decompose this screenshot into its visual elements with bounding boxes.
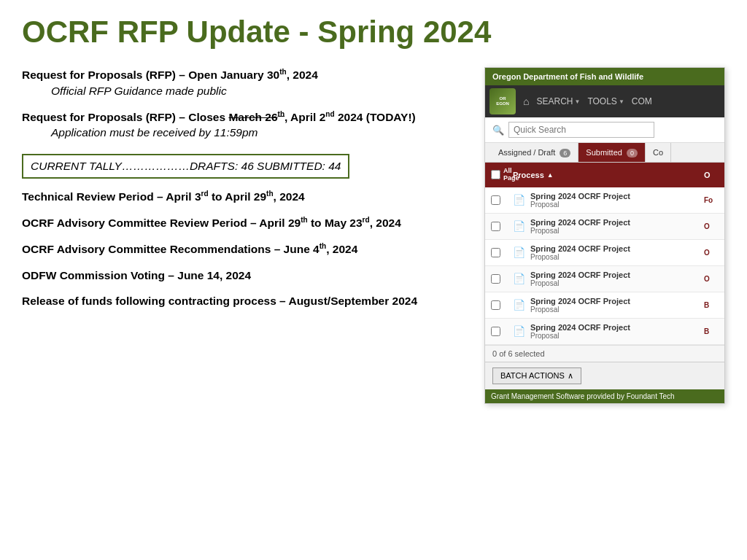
search-icon: 🔍 <box>492 125 504 136</box>
table-header-checkbox-col[interactable]: All Page <box>491 168 513 182</box>
row-1-extra: Fo <box>704 196 719 204</box>
row-2-extra: O <box>704 222 719 230</box>
commission-voting-item: ODFW Commission Voting – June 14, 2024 <box>22 268 462 284</box>
tools-nav-caret: ▼ <box>619 98 624 105</box>
table-row[interactable]: 📄 Spring 2024 OCRF Project Proposal O <box>485 214 724 240</box>
advisory-recommendations-text: OCRF Advisory Committee Recommendations … <box>22 243 357 255</box>
row-3-doc-icon: 📄 <box>513 246 527 258</box>
app-header-title: Oregon Department of Fish and Wildlife <box>492 72 643 81</box>
table-row[interactable]: 📄 Spring 2024 OCRF Project Proposal O <box>485 240 724 266</box>
row-5-checkbox-col[interactable] <box>491 300 513 310</box>
row-1-checkbox-col[interactable] <box>491 195 513 205</box>
row-1-title: Spring 2024 OCRF Project <box>530 192 704 201</box>
rfp-old-date: March 26th <box>228 111 285 123</box>
batch-actions-button[interactable]: BATCH ACTIONS ∧ <box>492 368 581 384</box>
row-5-extra: B <box>704 301 719 309</box>
process-label: Process <box>513 171 544 179</box>
row-6-checkbox-col[interactable] <box>491 327 513 336</box>
app-tabs: Assigned / Draft 6 Submitted 0 Co <box>485 143 724 163</box>
row-6-subtitle: Proposal <box>530 332 704 340</box>
com-nav-label: COM <box>632 96 652 106</box>
advisory-review-item: OCRF Advisory Committee Review Period – … <box>22 215 462 231</box>
tab-assigned-draft[interactable]: Assigned / Draft 6 <box>491 143 578 162</box>
row-3-title: Spring 2024 OCRF Project <box>530 244 704 253</box>
commission-voting-text: ODFW Commission Voting – June 14, 2024 <box>22 269 251 281</box>
table-row[interactable]: 📄 Spring 2024 OCRF Project Proposal B <box>485 319 724 345</box>
assigned-badge: 6 <box>560 149 570 158</box>
table-body: 📄 Spring 2024 OCRF Project Proposal Fo 📄… <box>485 187 724 345</box>
batch-actions-label: BATCH ACTIONS <box>500 371 565 380</box>
table-footer: 0 of 6 selected <box>485 345 724 362</box>
tally-text: CURRENT TALLY………………DRAFTS: 46 SUBMITTED:… <box>31 160 341 172</box>
row-4-doc-icon: 📄 <box>513 273 527 284</box>
app-nav-bar: OREGON ⌂ SEARCH ▼ TOOLS ▼ COM <box>485 85 724 117</box>
row-4-subtitle: Proposal <box>530 279 704 287</box>
tab-submitted[interactable]: Submitted 0 <box>578 143 646 162</box>
row-5-subtitle: Proposal <box>530 306 704 314</box>
app-panel: Oregon Department of Fish and Wildlife O… <box>484 67 725 404</box>
home-icon[interactable]: ⌂ <box>523 96 529 107</box>
row-6-checkbox[interactable] <box>491 327 500 336</box>
row-1-subtitle: Proposal <box>530 201 704 209</box>
release-funds-text: Release of funds following contracting p… <box>22 295 417 307</box>
table-row[interactable]: 📄 Spring 2024 OCRF Project Proposal B <box>485 292 724 319</box>
row-5-doc-icon: 📄 <box>513 299 527 311</box>
row-2-checkbox[interactable] <box>491 222 500 231</box>
row-5-content: Spring 2024 OCRF Project Proposal <box>530 297 704 314</box>
row-2-checkbox-col[interactable] <box>491 222 513 231</box>
tally-box: CURRENT TALLY………………DRAFTS: 46 SUBMITTED:… <box>22 154 349 179</box>
rfp-open-subtext: Official RFP Guidance made public <box>51 83 462 99</box>
rfp-closes-subtext: Application must be received by 11:59pm <box>51 125 462 141</box>
row-4-checkbox-col[interactable] <box>491 274 513 284</box>
row-2-subtitle: Proposal <box>530 227 704 235</box>
search-nav-caret: ▼ <box>574 98 580 105</box>
table-row[interactable]: 📄 Spring 2024 OCRF Project Proposal O <box>485 266 724 292</box>
row-5-title: Spring 2024 OCRF Project <box>530 297 704 306</box>
search-nav-item[interactable]: SEARCH ▼ <box>536 96 580 106</box>
row-3-checkbox-col[interactable] <box>491 248 513 257</box>
tab-co[interactable]: Co <box>646 143 671 162</box>
row-3-content: Spring 2024 OCRF Project Proposal <box>530 244 704 261</box>
page-title: OCRF RFP Update - Spring 2024 <box>22 15 725 50</box>
co-tab-label: Co <box>653 148 663 157</box>
app-search-bar: 🔍 <box>485 117 724 143</box>
tools-nav-item[interactable]: TOOLS ▼ <box>587 96 624 106</box>
left-content-panel: Request for Proposals (RFP) – Open Janua… <box>22 67 470 319</box>
table-header: All Page Process ▲ O <box>485 163 724 187</box>
table-header-other-col: O <box>704 171 719 179</box>
rfp-closes-item: Request for Proposals (RFP) – Closes Mar… <box>22 109 462 141</box>
tools-nav-label: TOOLS <box>587 96 616 106</box>
row-3-checkbox[interactable] <box>491 248 500 257</box>
row-6-content: Spring 2024 OCRF Project Proposal <box>530 323 704 340</box>
batch-actions-caret-icon: ∧ <box>568 371 573 381</box>
table-row[interactable]: 📄 Spring 2024 OCRF Project Proposal Fo <box>485 187 724 214</box>
row-3-extra: O <box>704 249 719 257</box>
rfp-open-text: Request for Proposals (RFP) – Open Janua… <box>22 69 318 81</box>
rfp-closes-text: Request for Proposals (RFP) – Closes Mar… <box>22 111 416 123</box>
row-4-extra: O <box>704 275 719 283</box>
advisory-recommendations-item: OCRF Advisory Committee Recommendations … <box>22 241 462 257</box>
row-4-content: Spring 2024 OCRF Project Proposal <box>530 271 704 287</box>
rfp-open-item: Request for Proposals (RFP) – Open Janua… <box>22 67 462 99</box>
app-header-bar: Oregon Department of Fish and Wildlife <box>485 68 724 85</box>
row-2-doc-icon: 📄 <box>513 220 527 232</box>
row-6-doc-icon: 📄 <box>513 325 527 337</box>
advisory-review-text: OCRF Advisory Committee Review Period – … <box>22 217 401 229</box>
com-nav-item[interactable]: COM <box>632 96 652 106</box>
row-1-content: Spring 2024 OCRF Project Proposal <box>530 192 704 209</box>
row-5-checkbox[interactable] <box>491 300 500 310</box>
release-funds-item: Release of funds following contracting p… <box>22 293 462 309</box>
table-header-process-col[interactable]: Process ▲ <box>513 171 704 179</box>
app-logo: OREGON <box>489 88 516 114</box>
row-3-subtitle: Proposal <box>530 253 704 261</box>
row-1-checkbox[interactable] <box>491 195 500 205</box>
app-footer-credit: Grant Management Software provided by Fo… <box>491 392 675 400</box>
select-all-checkbox[interactable] <box>491 170 500 179</box>
tech-review-item: Technical Review Period – April 3rd to A… <box>22 189 462 205</box>
search-input[interactable] <box>508 122 654 138</box>
app-footer-bar: Grant Management Software provided by Fo… <box>485 389 724 403</box>
selected-count: 0 of 6 selected <box>492 349 545 358</box>
row-4-checkbox[interactable] <box>491 274 500 284</box>
submitted-tab-label: Submitted <box>586 148 622 157</box>
row-1-doc-icon: 📄 <box>513 194 527 206</box>
